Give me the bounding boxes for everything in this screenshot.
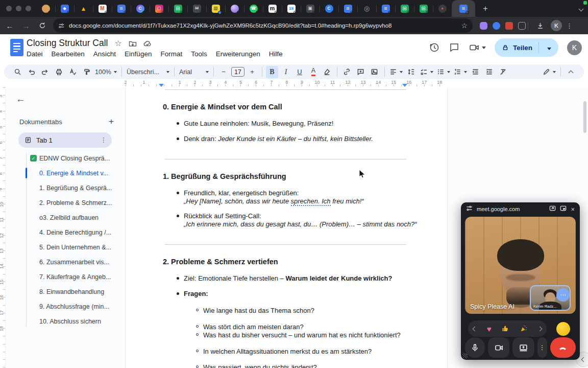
increase-font-size-button[interactable]: + (246, 66, 258, 78)
download-icon[interactable] (533, 19, 547, 32)
highlight-color-icon[interactable] (321, 66, 333, 78)
browser-tab[interactable]: ≡ (452, 0, 475, 17)
version-history-icon[interactable] (429, 42, 440, 53)
meet-caret-icon[interactable] (482, 47, 486, 49)
paint-format-icon[interactable] (80, 66, 92, 78)
browser-tab[interactable]: ⊞ (414, 0, 433, 17)
camera-button[interactable] (488, 337, 510, 358)
document-title[interactable]: Closing Struktur Call (27, 38, 108, 49)
editing-mode-select[interactable] (542, 66, 557, 78)
numbered-list-select[interactable] (453, 66, 468, 78)
share-button[interactable]: Teilen (495, 38, 558, 57)
vertical-ruler[interactable]: 3456789101112131415161718 (0, 87, 6, 368)
browser-tab[interactable]: ⊞ (395, 0, 414, 17)
align-select[interactable] (388, 66, 404, 78)
comments-icon[interactable] (449, 42, 460, 53)
checklist-select[interactable] (419, 66, 434, 78)
site-settings-icon[interactable] (58, 22, 65, 29)
outline-item[interactable]: ✓ 0. Energie & Mindset v... (6, 166, 120, 180)
spellcheck-icon[interactable] (66, 66, 79, 78)
browser-tab[interactable]: ≡ (376, 0, 395, 17)
extension-icon[interactable] (518, 22, 526, 30)
thumbnail-more-button[interactable]: ⋯ (556, 288, 570, 302)
pip-toggle-icon[interactable] (560, 204, 567, 214)
redo-icon[interactable] (39, 66, 51, 78)
browser-menu-icon[interactable]: ⋮ (562, 22, 577, 30)
insert-link-icon[interactable] (341, 66, 353, 78)
more-options-button[interactable]: ⋮ (537, 337, 547, 358)
menu-item[interactable]: Datei (27, 50, 43, 58)
reload-icon[interactable] (36, 19, 49, 32)
font-size-input[interactable]: 17 (231, 67, 244, 77)
undo-icon[interactable] (25, 66, 37, 78)
forward-icon[interactable]: → (19, 19, 33, 32)
underline-button[interactable]: U (293, 66, 306, 78)
extension-icon[interactable] (493, 22, 500, 30)
insert-image-icon[interactable] (369, 66, 381, 78)
menu-item[interactable]: Format (160, 50, 182, 58)
meet-pip-window[interactable]: meet.google.com × Spicy Please AI Kerim … (461, 202, 580, 360)
browser-tab[interactable]: ● (433, 0, 452, 17)
increase-indent-icon[interactable] (483, 66, 496, 78)
browser-tab[interactable]: ▲ (74, 0, 93, 17)
close-window-button[interactable] (6, 6, 12, 11)
bookmark-star-icon[interactable]: ☆ (457, 21, 468, 30)
browser-tab[interactable]: C (320, 0, 338, 17)
scrollbar-thumb[interactable] (583, 101, 586, 133)
hide-menus-icon[interactable] (565, 66, 577, 78)
minimize-window-button[interactable] (16, 6, 21, 11)
bold-button[interactable]: B (266, 66, 278, 78)
browser-tab[interactable]: ✉ (187, 0, 206, 17)
italic-button[interactable]: I (280, 66, 292, 78)
outline-item[interactable]: ✓ 1. Begrüßung & Gesprä... (6, 180, 120, 195)
browser-tab[interactable]: ☎ (244, 0, 263, 17)
meet-camera-icon[interactable] (469, 42, 486, 53)
menu-item[interactable]: Erweiterungen (216, 50, 260, 58)
menu-item[interactable]: Bearbeiten (52, 50, 85, 58)
add-tab-button[interactable]: + (109, 117, 114, 127)
smiley-reaction-button[interactable] (556, 322, 570, 336)
text-color-button[interactable]: A (307, 66, 320, 78)
extension-icon[interactable] (505, 22, 513, 30)
line-spacing-icon[interactable] (405, 66, 418, 78)
back-to-tab-icon[interactable] (549, 204, 556, 214)
document-page[interactable]: 0. Energie & Mindset vor dem CallGute La… (125, 87, 448, 368)
browser-tab[interactable] (225, 0, 244, 17)
outline-item[interactable]: ✓ o3. Zielbild aufbauen (6, 210, 120, 225)
move-folder-icon[interactable] (129, 39, 137, 48)
browser-tab[interactable]: C (131, 0, 150, 17)
end-call-button[interactable] (550, 337, 576, 358)
tab-search-chevron-icon[interactable] (579, 7, 584, 12)
font-select[interactable]: Arial (178, 66, 210, 78)
menu-item[interactable]: Ansicht (93, 50, 116, 58)
browser-tab[interactable]: ◎ (357, 0, 376, 17)
close-outline-icon[interactable]: ← (16, 94, 26, 105)
bulleted-list-select[interactable] (436, 66, 451, 78)
menu-item[interactable]: Hilfe (269, 50, 283, 58)
tab-options-icon[interactable]: ⋮ (101, 136, 107, 144)
outline-item[interactable]: ✓ 5. Dein Unternehmen &... (6, 240, 120, 255)
browser-tab[interactable]: ▣ (301, 0, 320, 17)
outline-item[interactable]: ✓ 4. Deine Berechtigung /... (6, 225, 120, 240)
browser-tab[interactable]: ▥ (206, 0, 225, 17)
url-bar[interactable]: docs.google.com/document/d/1f7rTukxae71X… (53, 18, 473, 33)
browser-tab[interactable]: M (93, 0, 112, 17)
extension-icon[interactable] (480, 22, 487, 30)
cloud-status-icon[interactable] (143, 39, 152, 48)
present-screen-button[interactable] (512, 337, 534, 358)
menu-item[interactable]: Tools (191, 50, 207, 58)
browser-tab[interactable]: ≡ (338, 0, 357, 17)
thumbs-up-reaction-icon[interactable] (501, 325, 509, 333)
clear-formatting-icon[interactable] (497, 66, 509, 78)
indent-marker-right[interactable] (402, 84, 407, 87)
browser-tab[interactable]: m (263, 0, 282, 17)
decrease-indent-icon[interactable] (470, 66, 482, 78)
reactions-prev-icon[interactable] (473, 326, 478, 331)
outline-item[interactable]: ✓ 7. Käuferfrage & Angeb... (6, 269, 120, 284)
outline-item[interactable]: ✓ EDNW Closing Gesprä... (6, 151, 120, 166)
reactions-next-icon[interactable] (537, 326, 543, 331)
search-menus-icon[interactable] (11, 66, 23, 78)
pip-close-icon[interactable]: × (571, 205, 575, 213)
maximize-window-button[interactable] (26, 6, 31, 11)
menu-item[interactable]: Einfügen (125, 50, 152, 58)
